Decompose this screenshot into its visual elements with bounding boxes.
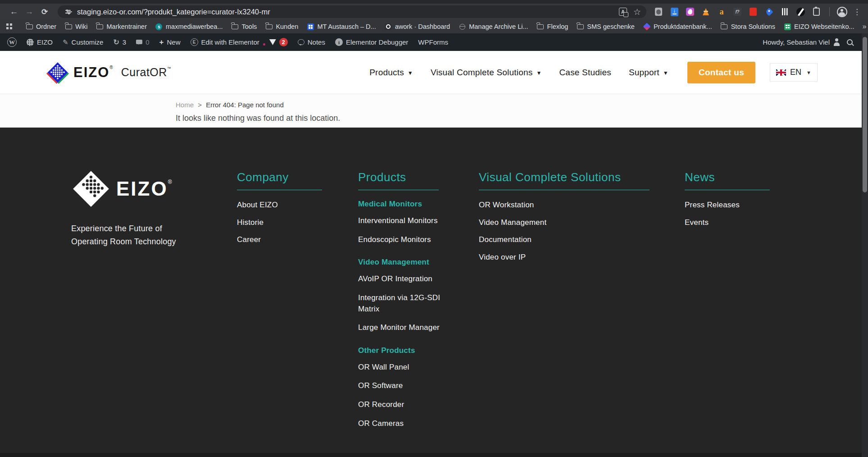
red-extension-icon[interactable] [748, 7, 758, 17]
debugger-label: Elementor Debugger [346, 38, 408, 46]
admin-search-icon[interactable] [846, 39, 854, 46]
footer-link-integration-12g-sdi[interactable]: Integration via 12G-SDI Matrix [358, 292, 446, 315]
browser-menu-icon[interactable]: ⋮ [850, 7, 863, 17]
footer-link-about-eizo[interactable]: About EIZO [237, 200, 358, 211]
page-scrollbar[interactable] [862, 33, 868, 457]
footer-column-title: News [685, 170, 770, 190]
bookmark-item-sms-geschenke[interactable]: SMS geschenke [574, 22, 637, 32]
footer-link-avoip-or-integration[interactable]: AVoIP OR Integration [358, 274, 446, 285]
bookmark-item-wiki[interactable]: Wiki [63, 22, 90, 32]
site-header: EIZO® CuratOR™ Products ▼ Visual Complet… [0, 51, 868, 94]
notes-menu[interactable]: Notes [298, 38, 325, 46]
nav-products[interactable]: Products ▼ [369, 68, 413, 78]
footer-column-title: Products [358, 170, 439, 190]
language-selector[interactable]: EN ▼ [770, 63, 818, 82]
footer-link-endoscopic-monitors[interactable]: Endoscopic Monitors [358, 234, 446, 246]
footer-link-or-wall-panel[interactable]: OR Wall Panel [358, 362, 446, 373]
scrollbar-thumb[interactable] [863, 37, 867, 192]
url-text[interactable]: staging.eizo-or.com/?produkt_kategorie=c… [77, 8, 270, 16]
translate-icon[interactable]: A [619, 8, 627, 16]
footer-logo[interactable]: EIZO® [71, 169, 237, 209]
back-icon[interactable]: ← [7, 5, 21, 18]
footer-link-press-releases[interactable]: Press Releases [685, 200, 802, 211]
breadcrumb-current: Error 404: Page not found [206, 101, 284, 109]
seo-menu[interactable]: 2 [269, 38, 288, 46]
footer-link-historie[interactable]: Historie [237, 217, 358, 228]
wp-logo-menu[interactable]: W [7, 37, 17, 47]
bookmark-item-markentrainer[interactable]: Markentrainer [94, 22, 149, 32]
nav-case-studies[interactable]: Case Studies [559, 68, 611, 78]
content-section: Home > Error 404: Page not found It look… [0, 94, 868, 128]
bookmark-item-maxmedia[interactable]: s maxmediawerbea... [153, 22, 225, 32]
my-account-menu[interactable]: Howdy, Sebastian Viel [763, 38, 841, 46]
bookmark-item-tools[interactable]: Tools [229, 22, 259, 32]
footer-link-video-over-ip[interactable]: Video over IP [479, 252, 685, 263]
footer-subheading-other-products[interactable]: Other Products [358, 346, 479, 355]
nav-visual-complete-solutions[interactable]: Visual Complete Solutions ▼ [431, 68, 542, 78]
bookmark-star-icon[interactable]: ☆ [633, 7, 641, 17]
bookmark-item-flexlog[interactable]: Flexlog [535, 22, 571, 32]
footer-link-or-workstation[interactable]: OR Workstation [479, 200, 685, 211]
footer-link-career[interactable]: Career [237, 234, 358, 246]
elementor-label: Edit with Elementor [201, 38, 259, 46]
new-content-menu[interactable]: + New [159, 38, 181, 47]
main-navigation: Products ▼ Visual Complete Solutions ▼ C… [369, 68, 668, 78]
bookmark-item-manage-archive[interactable]: Manage Archive Li... [456, 22, 530, 32]
nav-support[interactable]: Support ▼ [629, 68, 668, 78]
footer-link-documentation[interactable]: Documentation [479, 234, 685, 246]
footer-subheading-medical-monitors[interactable]: Medical Monitors [358, 200, 479, 209]
bookmark-item-ordner[interactable]: Ordner [23, 22, 59, 32]
bookmarks-overflow-chevron[interactable]: » [861, 23, 868, 31]
chevron-down-icon: ▼ [536, 70, 541, 76]
elementor-debugger-menu[interactable]: i Elementor Debugger [335, 38, 408, 46]
font-inspector-extension-icon[interactable]: f? [732, 7, 742, 17]
folder-icon [537, 23, 544, 30]
address-bar[interactable]: staging.eizo-or.com/?produkt_kategorie=c… [58, 5, 646, 18]
site-menu[interactable]: EIZO [27, 38, 53, 46]
footer-subheading-video-management[interactable]: Video Management [358, 258, 479, 267]
footer-link-large-monitor-manager[interactable]: Large Monitor Manager [358, 322, 446, 334]
footer-link-or-cameras[interactable]: OR Cameras [358, 418, 446, 430]
camera-extension-icon[interactable] [654, 7, 663, 17]
site-settings-icon[interactable] [63, 7, 73, 17]
footer-bottom-strip [0, 453, 868, 457]
edit-with-elementor-menu[interactable]: E Edit with Elementor [191, 38, 259, 46]
clipboard-extension-icon[interactable] [811, 7, 821, 17]
breadcrumb-home-link[interactable]: Home [176, 101, 194, 109]
bookmark-item-stora-solutions[interactable]: Stora Solutions [718, 22, 777, 32]
tag-extension-icon[interactable] [764, 7, 774, 17]
site-logo[interactable]: EIZO® CuratOR™ [46, 61, 171, 84]
dark-circle-extension-icon[interactable] [795, 7, 805, 17]
seo-notification-badge: 2 [279, 38, 288, 46]
bookmark-item-eizo-webseitenko[interactable]: EIZO Webseitenko... [782, 22, 857, 32]
bookmark-item-awork-dashboard[interactable]: awork · Dashboard [382, 22, 453, 32]
footer-link-events[interactable]: Events [685, 217, 802, 228]
footer-column-title: Visual Complete Solutions [479, 170, 650, 190]
lighthouse-extension-icon[interactable] [701, 7, 711, 17]
bookmark-item-produktdatenbank[interactable]: Produktdatenbank... [641, 22, 714, 32]
footer-link-video-management[interactable]: Video Management [479, 217, 685, 228]
footer-link-interventional-monitors[interactable]: Interventional Monitors [358, 215, 446, 227]
awork-extension-icon[interactable]: a [717, 7, 727, 17]
download-extension-icon[interactable]: ↓ [669, 7, 679, 17]
eizo-logo-mark-white [71, 169, 111, 209]
customize-menu[interactable]: ✎ Customize [63, 38, 103, 46]
wpforms-menu[interactable]: WPForms [418, 38, 448, 46]
profile-avatar[interactable] [835, 5, 849, 18]
footer-link-or-recorder[interactable]: OR Recorder [358, 399, 446, 411]
forward-icon[interactable]: → [23, 5, 36, 18]
yoast-seo-icon [269, 39, 276, 45]
comments-menu[interactable]: 0 [136, 38, 149, 46]
footer-link-or-software[interactable]: OR Software [358, 380, 446, 392]
toolbar-divider [829, 7, 830, 16]
purple-extension-icon[interactable] [685, 7, 695, 17]
folder-icon [721, 23, 728, 30]
footer-tagline: Experience the Future of Operating Room … [71, 222, 237, 248]
bookmark-item-kunden[interactable]: Kunden [263, 22, 300, 32]
contact-us-button[interactable]: Contact us [687, 62, 755, 83]
updates-menu[interactable]: ↻ 3 [113, 38, 126, 46]
keys-extension-icon[interactable] [780, 7, 790, 17]
reload-icon[interactable]: ⟳ [38, 5, 51, 18]
bookmark-item-mt-austausch[interactable]: MT Austausch – D... [304, 22, 378, 32]
apps-grid-icon[interactable] [6, 23, 13, 30]
